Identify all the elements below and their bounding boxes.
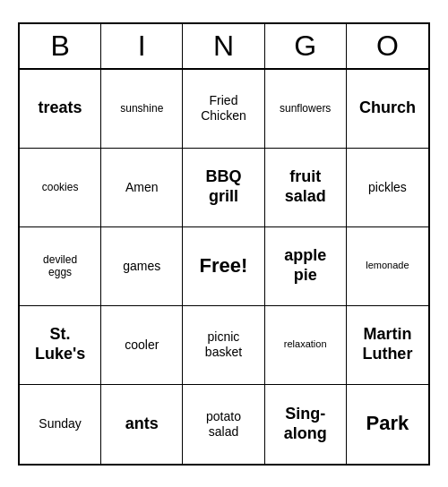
bingo-cell-r2-c4: lemonade	[347, 227, 428, 306]
cell-text: treats	[39, 98, 82, 118]
bingo-cell-r0-c4: Church	[347, 70, 428, 149]
cell-text: Church	[359, 98, 416, 118]
bingo-cell-r1-c4: pickles	[347, 149, 428, 227]
bingo-cell-r4-c2: potatosalad	[183, 385, 264, 464]
cell-text: ants	[125, 414, 159, 434]
bingo-card: BINGO treatssunshineFriedChickensunflowe…	[18, 22, 430, 466]
bingo-cell-r4-c0: Sunday	[20, 385, 101, 464]
cell-text: games	[123, 259, 160, 274]
bingo-cell-r1-c0: cookies	[20, 149, 101, 227]
cell-text: relaxation	[284, 338, 327, 350]
bingo-cell-r2-c0: deviledeggs	[20, 227, 101, 306]
cell-text: Sing-along	[284, 405, 327, 443]
cell-text: Sunday	[39, 416, 81, 431]
bingo-header-letter: I	[101, 24, 183, 68]
cell-text: pickles	[368, 180, 407, 195]
cell-text: Free!	[200, 254, 248, 278]
bingo-header-letter: N	[183, 24, 264, 68]
bingo-cell-r3-c1: cooler	[101, 306, 183, 385]
cell-text: FriedChicken	[201, 93, 246, 124]
cell-text: Park	[366, 412, 409, 435]
bingo-header-letter: O	[347, 24, 428, 68]
cell-text: potatosalad	[206, 409, 241, 440]
bingo-cell-r3-c0: St.Luke's	[20, 306, 101, 385]
bingo-header-letter: B	[20, 24, 101, 68]
bingo-cell-r0-c1: sunshine	[101, 70, 183, 149]
bingo-cell-r4-c4: Park	[347, 385, 428, 464]
bingo-cell-r1-c2: BBQgrill	[183, 149, 264, 227]
bingo-cell-r0-c0: treats	[20, 70, 101, 149]
bingo-cell-r0-c3: sunflowers	[265, 70, 347, 149]
bingo-cell-r3-c2: picnicbasket	[183, 306, 264, 385]
cell-text: Amen	[125, 180, 159, 195]
cell-text: MartinLuther	[362, 325, 412, 363]
cell-text: cooler	[125, 337, 159, 353]
cell-text: cookies	[42, 181, 79, 193]
bingo-cell-r3-c3: relaxation	[265, 306, 347, 385]
bingo-cell-r1-c1: Amen	[101, 149, 183, 227]
bingo-cell-r3-c4: MartinLuther	[347, 306, 428, 385]
cell-text: deviledeggs	[43, 253, 77, 279]
bingo-header-letter: G	[265, 24, 347, 68]
bingo-cell-r1-c3: fruitsalad	[265, 149, 347, 227]
bingo-grid: treatssunshineFriedChickensunflowersChur…	[20, 70, 428, 464]
bingo-cell-r0-c2: FriedChicken	[183, 70, 264, 149]
bingo-cell-r2-c1: games	[101, 227, 183, 306]
bingo-cell-r2-c2: Free!	[183, 227, 264, 306]
cell-text: BBQgrill	[205, 167, 241, 206]
cell-text: St.Luke's	[35, 325, 85, 363]
bingo-cell-r4-c1: ants	[101, 385, 183, 464]
bingo-cell-r4-c3: Sing-along	[265, 385, 347, 464]
cell-text: lemonade	[366, 260, 409, 271]
cell-text: fruitsalad	[285, 167, 326, 206]
cell-text: sunshine	[120, 102, 163, 115]
bingo-header: BINGO	[20, 24, 428, 70]
cell-text: applepie	[284, 246, 326, 285]
bingo-cell-r2-c3: applepie	[265, 227, 347, 306]
cell-text: picnicbasket	[205, 329, 242, 360]
cell-text: sunflowers	[280, 102, 331, 115]
